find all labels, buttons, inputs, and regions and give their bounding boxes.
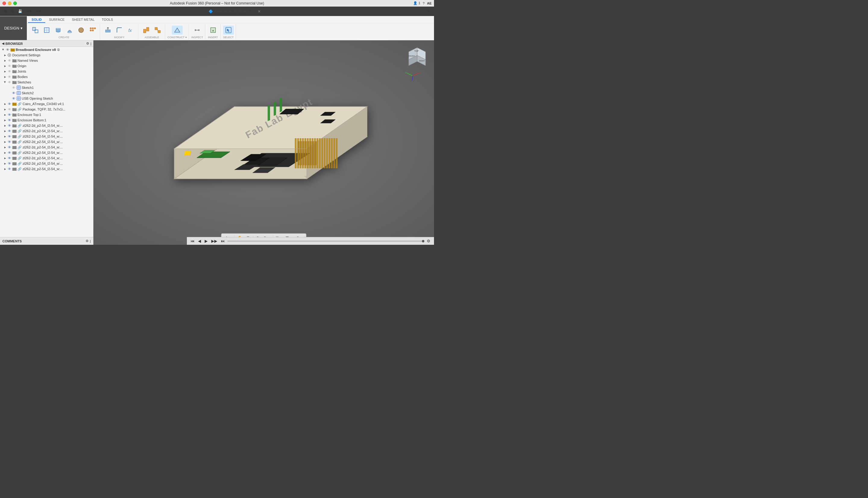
- account-icon[interactable]: AE: [427, 1, 432, 5]
- usb-sketch-label[interactable]: USB Opening Sketch: [22, 97, 53, 100]
- comments-settings-icon[interactable]: ⚙: [86, 239, 89, 243]
- zl9-eye-icon[interactable]: 👁: [7, 167, 11, 171]
- enclosure-top-eye-icon[interactable]: 👁: [7, 113, 11, 117]
- sketch2-label[interactable]: Sketch2: [22, 91, 34, 95]
- tree-item-zl9[interactable]: ▶ 👁 🔗 zl262-2d_p2-54_l2-54_w:...: [0, 166, 93, 172]
- tree-item-sketch2[interactable]: ▶ 👁 Sketch2: [0, 90, 93, 96]
- tree-item-zl4[interactable]: ▶ 👁 🔗 zl262-2d_p2-54_l2-54_w:...: [0, 139, 93, 145]
- bodies-label[interactable]: Bodies: [17, 75, 28, 79]
- tab-surface[interactable]: SURFACE: [45, 17, 68, 23]
- package-label[interactable]: Package, TQFP, 32, 7x7x1i...: [23, 107, 65, 111]
- timeline-track[interactable]: [227, 240, 424, 242]
- timeline-thumb[interactable]: [422, 240, 424, 243]
- bodies-arrow[interactable]: ▶: [3, 75, 7, 79]
- zl3-label[interactable]: zl262-2d_p2-54_l2-54_w:...: [23, 134, 63, 138]
- view-cube[interactable]: TOP RIGHT FRONT X Y Z: [405, 45, 429, 69]
- zl5-eye-icon[interactable]: 👁: [7, 145, 11, 149]
- maximize-button[interactable]: [13, 1, 17, 5]
- timeline-next-button[interactable]: ▶▶: [210, 238, 218, 244]
- select-btn[interactable]: [223, 26, 234, 35]
- back-icon[interactable]: ◀: [2, 41, 4, 45]
- zl4-eye-icon[interactable]: 👁: [7, 140, 11, 144]
- zl6-arrow[interactable]: ▶: [3, 150, 7, 155]
- new-component-button[interactable]: [30, 26, 41, 35]
- tab-tools[interactable]: TOOLS: [98, 17, 117, 23]
- extrude-button[interactable]: [53, 26, 64, 35]
- zl9-arrow[interactable]: ▶: [3, 167, 7, 171]
- zl3-arrow[interactable]: ▶: [3, 134, 7, 139]
- origin-label[interactable]: Origin: [17, 64, 26, 68]
- tree-item-doc-settings[interactable]: ▶ Document Settings: [0, 52, 93, 58]
- tree-item-zl6[interactable]: ▶ 👁 🔗 zl262-2d_p2-54_l2-54_w:...: [0, 150, 93, 155]
- zl7-eye-icon[interactable]: 👁: [7, 156, 11, 160]
- sketches-arrow[interactable]: ▶: [3, 80, 7, 84]
- tree-item-sketch1[interactable]: ▶ 👁 Sketch1: [0, 85, 93, 90]
- menu-button[interactable]: ☰: [9, 9, 15, 14]
- eye-icon[interactable]: 👁: [5, 48, 10, 52]
- package-arrow[interactable]: ▶: [3, 107, 7, 112]
- undo-button[interactable]: ↩ ▾: [25, 9, 33, 14]
- zl6-eye-icon[interactable]: 👁: [7, 150, 11, 155]
- close-tab-icon[interactable]: ✕: [258, 9, 261, 14]
- tree-root-item[interactable]: ▶ 👁 Breadboard Enclosure v8 ⦿: [0, 47, 93, 52]
- tree-item-cairo[interactable]: ▶ 👁 🔗 Cairo_ATmega_CH340 v4:1: [0, 101, 93, 107]
- root-arrow[interactable]: ▶: [1, 48, 5, 52]
- tree-item-named-views[interactable]: ▶ 👁 Named Views: [0, 58, 93, 63]
- comments-collapse-icon[interactable]: |: [90, 239, 91, 243]
- close-button[interactable]: [2, 1, 6, 5]
- sphere-button[interactable]: [76, 26, 87, 35]
- zl1-arrow[interactable]: ▶: [3, 123, 7, 128]
- zl3-eye-icon[interactable]: 👁: [7, 134, 11, 139]
- tree-item-origin[interactable]: ▶ 👁 Origin: [0, 63, 93, 69]
- timeline-start-button[interactable]: ⏮: [189, 238, 195, 244]
- root-item-label[interactable]: Breadboard Enclosure v8: [16, 48, 56, 52]
- tree-item-package[interactable]: ▶ 👁 🔗 Package, TQFP, 32, 7x7x1i...: [0, 107, 93, 112]
- zl1-eye-icon[interactable]: 👁: [7, 123, 11, 128]
- zl1-label[interactable]: zl262-2d_p2-54_l2-54_w:...: [23, 124, 63, 127]
- enclosure-bottom-label[interactable]: Enclosure Bottom:1: [17, 118, 47, 122]
- tab-solid[interactable]: SOLID: [28, 17, 46, 23]
- timeline-end-button[interactable]: ⏭: [220, 238, 226, 244]
- tree-item-zl2[interactable]: ▶ 👁 🔗 zl262-2d_p2-54_l2-54_w:...: [0, 128, 93, 134]
- user-icon[interactable]: 👤 1: [413, 1, 420, 5]
- tree-item-zl3[interactable]: ▶ 👁 🔗 zl262-2d_p2-54_l2-54_w:...: [0, 134, 93, 139]
- zl5-label[interactable]: zl262-2d_p2-54_l2-54_w:...: [23, 145, 63, 149]
- viewport[interactable]: Fab Lab Egypt: [93, 40, 434, 245]
- zl8-label[interactable]: zl262-2d_p2-54_l2-54_w:...: [23, 162, 63, 165]
- tree-item-zl8[interactable]: ▶ 👁 🔗 zl262-2d_p2-54_l2-54_w:...: [0, 161, 93, 166]
- zl2-arrow[interactable]: ▶: [3, 129, 7, 133]
- tree-item-usb-sketch[interactable]: ▶ 👁 USB Opening Sketch: [0, 96, 93, 101]
- pattern-button[interactable]: [87, 26, 98, 35]
- design-button[interactable]: DESIGN ▾: [0, 16, 27, 40]
- tree-item-joints[interactable]: ▶ 👁 Joints: [0, 69, 93, 74]
- cairo-eye-icon[interactable]: 👁: [7, 102, 11, 106]
- sketch2-eye-icon[interactable]: 👁: [11, 91, 16, 95]
- tree-item-bodies[interactable]: ▶ 👁 Bodies: [0, 74, 93, 79]
- minimize-button[interactable]: [8, 1, 11, 5]
- zl6-label[interactable]: zl262-2d_p2-54_l2-54_w:...: [23, 151, 63, 155]
- zl8-eye-icon[interactable]: 👁: [7, 161, 11, 166]
- browser-collapse-icon[interactable]: |: [90, 42, 91, 45]
- revolve-button[interactable]: [64, 26, 75, 35]
- grid-menu-button[interactable]: ⊞: [2, 9, 8, 14]
- enclosure-bottom-eye-icon[interactable]: 👁: [7, 118, 11, 122]
- timeline-settings-button[interactable]: ⚙: [425, 238, 432, 244]
- tree-item-sketches[interactable]: ▶ 👁 Sketches: [0, 79, 93, 85]
- construct-btn1[interactable]: [172, 26, 183, 35]
- assemble-btn2[interactable]: [152, 26, 163, 35]
- joints-label[interactable]: Joints: [17, 69, 26, 73]
- usb-sketch-eye-icon[interactable]: 👁: [11, 96, 16, 101]
- sketches-label[interactable]: Sketches: [17, 80, 31, 84]
- zl8-arrow[interactable]: ▶: [3, 161, 7, 166]
- enclosure-top-arrow[interactable]: ▶: [3, 113, 7, 117]
- cairo-arrow[interactable]: ▶: [3, 102, 7, 106]
- enclosure-bottom-arrow[interactable]: ▶: [3, 118, 7, 122]
- insert-btn1[interactable]: ▲: [208, 26, 218, 35]
- named-views-label[interactable]: Named Views: [17, 59, 38, 62]
- help-icon[interactable]: ?: [423, 1, 425, 5]
- timeline-prev-button[interactable]: ◀: [197, 238, 202, 244]
- traffic-lights[interactable]: [2, 1, 17, 5]
- zl7-label[interactable]: zl262-2d_p2-54_l2-54_w:...: [23, 156, 63, 160]
- timeline-play-button[interactable]: ▶: [203, 238, 209, 244]
- cairo-label[interactable]: Cairo_ATmega_CH340 v4:1: [23, 102, 64, 106]
